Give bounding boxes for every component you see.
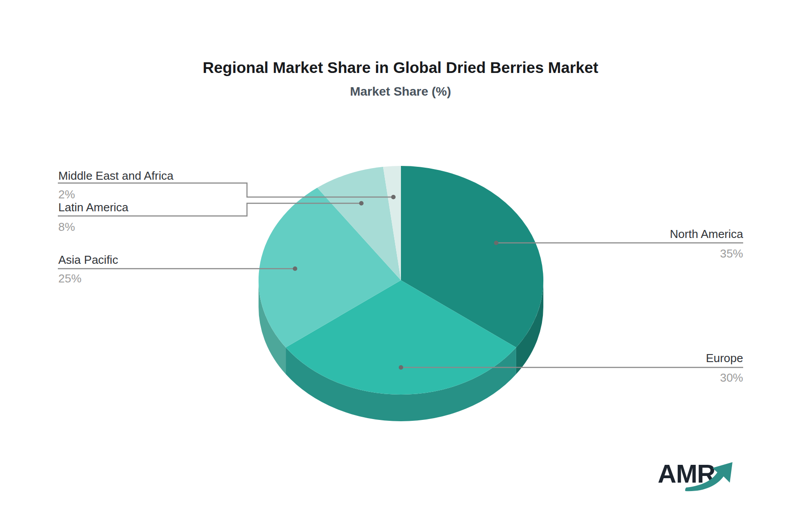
label-latin-america: Latin America xyxy=(58,200,129,214)
value-asia-pacific: 25% xyxy=(58,271,81,286)
label-middle-east-and-africa: Middle East and Africa xyxy=(58,169,174,183)
value-north-america: 35% xyxy=(720,246,743,261)
label-asia-pacific: Asia Pacific xyxy=(58,253,118,267)
logo-arrow-icon xyxy=(658,461,756,501)
chart-container: Regional Market Share in Global Dried Be… xyxy=(0,0,801,532)
leader-dot-europe xyxy=(399,365,403,370)
amr-logo: AMR xyxy=(658,461,756,501)
label-europe: Europe xyxy=(706,351,743,365)
value-latin-america: 8% xyxy=(58,220,75,234)
pie-chart xyxy=(0,0,801,532)
label-north-america: North America xyxy=(670,227,743,241)
leader-dot-latin-america xyxy=(359,201,364,206)
leader-dot-middle-east-and-africa xyxy=(391,195,396,199)
value-middle-east-and-africa: 2% xyxy=(58,187,75,202)
leader-dot-north-america xyxy=(494,241,498,245)
value-europe: 30% xyxy=(720,371,743,385)
leader-dot-asia-pacific xyxy=(293,266,297,271)
